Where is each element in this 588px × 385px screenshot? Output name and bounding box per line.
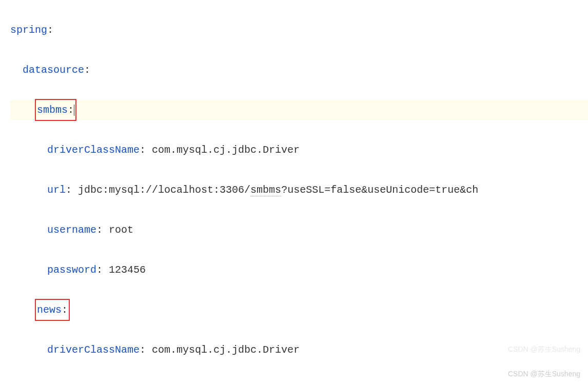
colon: : <box>140 344 152 356</box>
code-line-4: driverClassName: com.mysql.cj.jdbc.Drive… <box>10 140 588 160</box>
colon: : <box>96 264 109 276</box>
yaml-value: root <box>109 224 133 236</box>
colon: : <box>62 304 68 316</box>
yaml-key: datasource <box>23 64 84 76</box>
yaml-value-prefix: jdbc:mysql://localhost:3306/ <box>78 184 250 196</box>
text-cursor <box>74 105 74 116</box>
code-line-8: news: <box>10 300 588 320</box>
code-line-5: url: jdbc:mysql://localhost:3306/smbms?u… <box>10 180 588 200</box>
code-line-7: password: 123456 <box>10 260 588 280</box>
yaml-key: username <box>47 224 96 236</box>
colon: : <box>66 184 78 196</box>
yaml-value-suffix: ?useSSL=false&useUnicode=true&ch <box>281 184 478 196</box>
yaml-key: driverClassName <box>47 344 140 356</box>
code-line-6: username: root <box>10 220 588 240</box>
colon: : <box>68 104 74 116</box>
colon: : <box>47 24 53 36</box>
code-line-10: url: jdbc:mysql://localhost:3306/chinane… <box>10 380 588 385</box>
yaml-key: driverClassName <box>47 144 140 156</box>
code-line-1: spring: <box>10 20 588 40</box>
colon: : <box>140 144 152 156</box>
highlight-box-news: news: <box>35 299 70 321</box>
watermark-text-faded: CSDN @苏生Susheng <box>508 342 580 356</box>
colon: : <box>96 224 109 236</box>
yaml-value-underlined: smbms <box>250 184 281 196</box>
colon: : <box>84 64 90 76</box>
yaml-value: com.mysql.cj.jdbc.Driver <box>152 344 300 356</box>
highlight-box-smbms: smbms: <box>35 99 76 121</box>
yaml-value: 123456 <box>109 264 146 276</box>
yaml-key: news <box>37 304 62 316</box>
yaml-key: spring <box>10 24 47 36</box>
yaml-value: com.mysql.cj.jdbc.Driver <box>152 144 300 156</box>
watermark-text: CSDN @苏生Susheng <box>508 367 580 381</box>
yaml-key: smbms <box>37 104 68 116</box>
code-line-3-highlighted: smbms: <box>10 100 588 120</box>
code-line-9: driverClassName: com.mysql.cj.jdbc.Drive… <box>10 340 588 360</box>
yaml-key: url <box>47 184 66 196</box>
code-line-2: datasource: <box>10 60 588 80</box>
yaml-key: password <box>47 264 96 276</box>
code-editor[interactable]: spring: datasource: smbms: driverClassNa… <box>0 0 588 385</box>
